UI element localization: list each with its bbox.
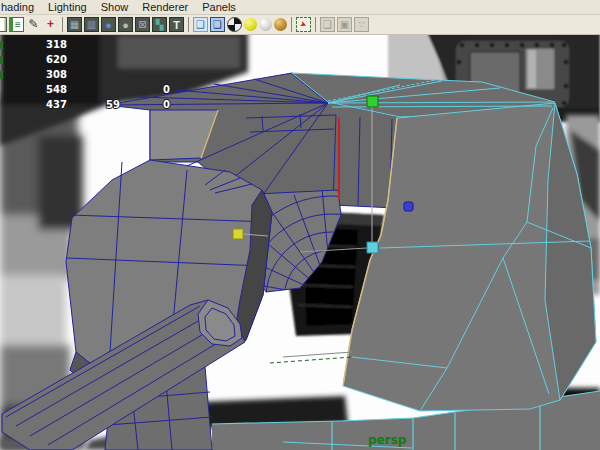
toolbar-separator	[313, 17, 318, 32]
maya-panel-window: 318 620 308 5480 437590 persp hading Lig…	[0, 0, 600, 450]
vertex-handle-blue[interactable]	[404, 202, 413, 211]
grid-plane-icon[interactable]: ▦	[67, 17, 82, 32]
toolbar-separator	[60, 17, 65, 32]
vertex-handle-green[interactable]	[367, 96, 378, 107]
svg-text:308: 308	[46, 69, 67, 80]
panel-menubar: hading Lighting Show Renderer Panels	[0, 0, 600, 15]
menu-panels[interactable]: Panels	[202, 0, 236, 14]
gold-sphere-icon[interactable]	[274, 18, 287, 31]
marquee-select-icon[interactable]: ➤	[296, 17, 311, 32]
text-tool-icon[interactable]: T	[169, 17, 184, 32]
toolbar-separator	[186, 17, 191, 32]
wire-sphere-icon[interactable]: ●	[118, 17, 133, 32]
light-cube-icon[interactable]: ❑	[193, 17, 208, 32]
page-partial-icon[interactable]	[0, 17, 7, 32]
panel-toolbar: ≡ ✎ + ▦ ▥ ● ● ⊠ ▚ T ❑ ❑ ➤ ❑ ▣ ∵	[0, 15, 600, 35]
toolbar-separator	[289, 17, 294, 32]
menu-renderer[interactable]: Renderer	[142, 0, 188, 14]
cube-disabled-icon: ❑	[320, 17, 335, 32]
menu-lighting[interactable]: Lighting	[48, 0, 87, 14]
frame-disabled-icon: ▣	[337, 17, 352, 32]
vertex-handle-cyan[interactable]	[367, 242, 378, 253]
shaded-sphere-icon[interactable]: ●	[101, 17, 116, 32]
lattice-icon[interactable]: ⊠	[135, 17, 150, 32]
svg-text:318: 318	[46, 39, 67, 50]
viewport-3d[interactable]: 318 620 308 5480 437590 persp	[0, 0, 600, 450]
two-tone-checker-icon[interactable]: ▚	[152, 17, 167, 32]
book-icon[interactable]: ≡	[9, 17, 24, 32]
snap-pointer-icon[interactable]: +	[43, 17, 58, 32]
menu-shading[interactable]: hading	[1, 0, 34, 14]
film-frames-icon[interactable]: ▥	[84, 17, 99, 32]
camera-label: persp	[368, 433, 407, 447]
white-sphere-icon[interactable]	[259, 18, 272, 31]
pencil-icon[interactable]: ✎	[26, 17, 41, 32]
dark-cube-icon[interactable]: ❑	[210, 17, 225, 32]
checker-sphere-icon[interactable]	[227, 17, 242, 32]
menu-show[interactable]: Show	[101, 0, 129, 14]
svg-text:620: 620	[46, 54, 67, 65]
share-disabled-icon: ∵	[354, 17, 369, 32]
yellow-sphere-icon[interactable]	[244, 18, 257, 31]
vertex-handle-yellow[interactable]	[233, 229, 243, 239]
